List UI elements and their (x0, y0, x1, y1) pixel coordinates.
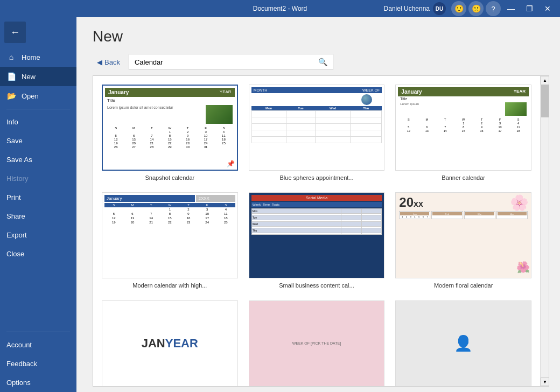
sidebar-item-info[interactable]: Info (0, 113, 76, 131)
back-arrow[interactable]: ← (4, 22, 26, 43)
sidebar-item-feedback-label: Feedback (6, 360, 37, 368)
sidebar-item-history: History (0, 169, 76, 188)
sidebar-item-history-label: History (6, 174, 28, 183)
template-thumb-week-pick: WEEK OF [PICK THE DATE] (249, 300, 385, 386)
template-name-blue-spheres: Blue spheres appointment... (280, 174, 354, 181)
templates-container: JanuaryYEAR Title Lorem ipsum dolor sit … (93, 75, 549, 387)
pin-icon[interactable]: 📌 (227, 160, 235, 167)
scrollbar-up-arrow[interactable]: ▲ (541, 76, 549, 85)
sidebar-item-open-label: Open (22, 92, 39, 100)
sidebar: ← ⌂ Home 📄 New 📂 Open Info Save Save As … (0, 17, 76, 392)
avatar: DU (433, 2, 446, 15)
templates-outer: JanuaryYEAR Title Lorem ipsum dolor sit … (93, 75, 549, 387)
sidebar-item-save-as[interactable]: Save As (0, 150, 76, 169)
search-input[interactable] (129, 55, 313, 69)
sidebar-item-new-label: New (22, 73, 36, 81)
emoji-icon[interactable]: 🙂 (451, 1, 466, 16)
template-name-social: Small business content cal... (279, 282, 354, 289)
search-row: ◀ Back 🔍 (93, 54, 544, 70)
open-icon: 📂 (6, 92, 16, 100)
new-icon: 📄 (6, 72, 16, 81)
sidebar-item-account-label: Account (6, 341, 32, 349)
sidebar-item-feedback[interactable]: Feedback (0, 354, 76, 373)
sidebar-item-share-label: Share (6, 212, 25, 220)
template-thumb-social: Social Media WeekTimeTopic Mon Tue (249, 192, 385, 278)
template-photo-calendar[interactable]: 👤 Photo calendar (395, 300, 531, 386)
restore-button[interactable]: ❐ (521, 1, 537, 17)
back-chevron-icon: ◀ (97, 58, 102, 66)
sidebar-item-share[interactable]: Share (0, 207, 76, 226)
sidebar-item-save-as-label: Save As (6, 156, 32, 164)
sidebar-item-close[interactable]: Close (0, 244, 76, 263)
sidebar-item-open[interactable]: 📂 Open (0, 86, 76, 106)
template-thumb-modern: January 2XXX S M T W T (102, 192, 238, 278)
sidebar-item-print[interactable]: Print (0, 188, 76, 207)
sad-icon[interactable]: 🙁 (468, 1, 484, 16)
template-thumb-snapshot: JanuaryYEAR Title Lorem ipsum dolor sit … (102, 85, 238, 171)
sidebar-divider-2 (6, 332, 70, 332)
sidebar-item-options[interactable]: Options (0, 373, 76, 392)
scrollbar[interactable]: ▲ ▼ (540, 76, 549, 386)
scrollbar-down-arrow[interactable]: ▼ (541, 377, 549, 386)
template-floral-calendar[interactable]: 20xx Jan 1234567 (395, 192, 531, 289)
scrollbar-thumb[interactable] (541, 85, 549, 117)
sidebar-item-account[interactable]: Account (0, 335, 76, 354)
template-snapshot-calendar[interactable]: JanuaryYEAR Title Lorem ipsum dolor sit … (102, 85, 238, 181)
template-banner-calendar[interactable]: JanuaryYEAR Title Lorem ipsum SMTWTFS (395, 85, 531, 181)
back-button[interactable]: ◀ Back (93, 56, 124, 68)
template-thumb-jan-year: JANYEAR (102, 300, 238, 386)
search-box: 🔍 (129, 54, 333, 70)
template-thumb-banner: JanuaryYEAR Title Lorem ipsum SMTWTFS (395, 85, 531, 171)
template-thumb-photo: 👤 (395, 300, 531, 386)
home-icon: ⌂ (6, 53, 16, 61)
page-title: New (93, 28, 544, 45)
template-thumb-floral: 20xx Jan 1234567 (395, 192, 531, 278)
sidebar-item-print-label: Print (6, 193, 21, 201)
content-area: New ◀ Back 🔍 (76, 17, 560, 392)
template-week-pick[interactable]: WEEK OF [PICK THE DATE] Weekly planner (249, 300, 385, 386)
search-button[interactable]: 🔍 (313, 54, 333, 69)
template-jan-year[interactable]: JANYEAR Jan year calendar (102, 300, 238, 386)
user-info: Daniel Uchenna DU (384, 2, 446, 15)
sidebar-item-options-label: Options (6, 379, 31, 387)
templates-grid: JanuaryYEAR Title Lorem ipsum dolor sit … (102, 85, 531, 386)
template-name-floral: Modern floral calendar (434, 282, 493, 289)
minimize-button[interactable]: — (503, 1, 519, 17)
sidebar-item-export[interactable]: Export (0, 226, 76, 244)
content-header: New ◀ Back 🔍 (76, 17, 560, 75)
sidebar-item-save-label: Save (6, 137, 23, 145)
sidebar-item-home[interactable]: ⌂ Home (0, 47, 76, 67)
template-name-modern: Modern calendar with high... (132, 282, 207, 289)
template-social-calendar[interactable]: Social Media WeekTimeTopic Mon Tue (249, 192, 385, 289)
document-title: Document2 - Word (253, 5, 307, 12)
sidebar-item-export-label: Export (6, 231, 27, 239)
main-layout: ← ⌂ Home 📄 New 📂 Open Info Save Save As … (0, 17, 560, 392)
sidebar-item-close-label: Close (6, 250, 24, 258)
title-bar: Document2 - Word Daniel Uchenna DU 🙂 🙁 ?… (0, 0, 560, 17)
template-modern-calendar[interactable]: January 2XXX S M T W T (102, 192, 238, 289)
template-name-snapshot: Snapshot calendar (145, 174, 194, 181)
template-blue-spheres[interactable]: MONTHWEEK OF Mon (249, 85, 385, 181)
template-name-banner: Banner calendar (442, 174, 485, 181)
title-bar-right: Daniel Uchenna DU 🙂 🙁 ? — ❐ ✕ (384, 1, 556, 17)
sidebar-item-save[interactable]: Save (0, 131, 76, 150)
help-icon[interactable]: ? (486, 1, 501, 16)
sidebar-item-new[interactable]: 📄 New (0, 67, 76, 86)
back-label: Back (104, 58, 120, 66)
user-name: Daniel Uchenna (384, 5, 430, 12)
sidebar-item-info-label: Info (6, 118, 18, 126)
sidebar-bottom: Account Feedback Options (0, 328, 76, 392)
template-thumb-blue-spheres: MONTHWEEK OF Mon (249, 85, 385, 171)
templates-scroll[interactable]: JanuaryYEAR Title Lorem ipsum dolor sit … (93, 76, 540, 386)
sidebar-item-home-label: Home (22, 53, 40, 61)
sidebar-divider-1 (6, 109, 70, 109)
title-bar-center: Document2 - Word (253, 5, 307, 12)
close-window-button[interactable]: ✕ (540, 1, 556, 17)
